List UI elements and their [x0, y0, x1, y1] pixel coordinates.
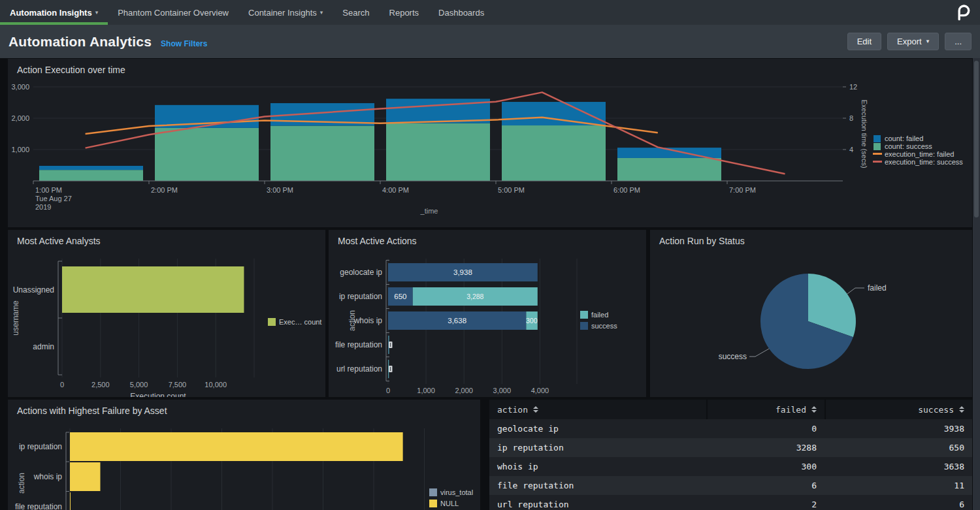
panel-title: Actions with Highest Failure by Asset — [8, 400, 480, 418]
category-label: file reputation — [15, 502, 62, 510]
category-label: whois ip — [33, 472, 63, 481]
table-row[interactable]: url reputation26 — [489, 495, 972, 510]
top-nav: Automation Insights▾Phantom Container Ov… — [0, 0, 980, 25]
page-title: Automation Analytics — [8, 34, 152, 50]
column-header-action[interactable]: action — [489, 400, 706, 419]
x-axis-title: Execution count — [130, 392, 186, 397]
bar-count-success[interactable] — [617, 158, 721, 181]
table-row[interactable]: geolocate ip03938 — [489, 419, 972, 438]
x-axis-tick-label: 1,000 — [417, 387, 435, 394]
bar-count-success[interactable] — [386, 123, 490, 181]
x-axis-tick-label: 0 — [60, 381, 64, 389]
legend-swatch[interactable] — [873, 161, 882, 163]
caret-down-icon: ▾ — [320, 10, 323, 16]
panel-highest-failure-by-asset: Actions with Highest Failure by Asset ip… — [8, 400, 480, 510]
x-axis-tick-sublabel: 2019 — [35, 203, 51, 211]
y-axis-tick-label: 3,000 — [11, 83, 29, 91]
y-axis-tick-label: 2,000 — [11, 114, 29, 122]
legend-swatch[interactable] — [874, 143, 881, 150]
nav-item-label: Phantom Container Overview — [118, 8, 229, 18]
nav-item-label: Container Insights — [248, 8, 317, 18]
nav-item-dashboards[interactable]: Dashboards — [429, 0, 494, 25]
x-axis-tick-label: 1:00 PM — [35, 186, 62, 194]
more-button[interactable]: ... — [945, 33, 972, 50]
table-row[interactable]: file reputation611 — [489, 476, 972, 495]
nav-item-phantom-container-overview[interactable]: Phantom Container Overview — [108, 0, 238, 25]
bar-count-failed[interactable] — [39, 166, 143, 170]
cell-failed: 300 — [706, 457, 825, 476]
y-axis-tick-label: 1,000 — [11, 146, 29, 153]
column-header-label: success — [918, 405, 954, 415]
edit-button[interactable]: Edit — [847, 33, 881, 50]
legend-swatch[interactable] — [580, 322, 588, 330]
legend-label: failed — [591, 311, 608, 319]
right-axis-tick-label: 4 — [849, 146, 853, 153]
bar-count-failed[interactable] — [502, 102, 606, 125]
panel-title: Most Active Analysts — [8, 230, 325, 248]
bar-count-success[interactable] — [502, 125, 606, 181]
scrollbar-thumb[interactable] — [974, 61, 979, 217]
table-row[interactable]: ip reputation3288650 — [489, 438, 972, 457]
most-active-actions-chart[interactable]: geolocate ip3,938ip reputation6503,288wh… — [329, 248, 646, 397]
category-label: file reputation — [335, 340, 382, 349]
x-axis-tick-label: 10,000 — [204, 381, 227, 389]
x-axis-tick-label: 4:00 PM — [382, 186, 409, 194]
bar-count-success[interactable] — [155, 128, 259, 181]
nav-item-container-insights[interactable]: Container Insights▾ — [238, 0, 333, 25]
caret-down-icon: ▾ — [95, 10, 99, 16]
nav-item-search[interactable]: Search — [333, 0, 379, 25]
bar-value-label: 3,638 — [448, 317, 466, 325]
table-body: geolocate ip03938ip reputation3288650who… — [489, 419, 972, 510]
nav-item-reports[interactable]: Reports — [380, 0, 429, 25]
column-header-label: action — [497, 405, 528, 415]
x-axis-tick-label: 3,000 — [493, 387, 512, 394]
x-axis-title: _time — [420, 207, 438, 215]
page-scrollbar[interactable] — [973, 58, 980, 510]
cell-failed: 2 — [706, 495, 825, 510]
legend-swatch[interactable] — [874, 135, 881, 142]
x-axis-tick-label: 2,000 — [455, 387, 473, 394]
legend-label: NULL — [440, 500, 459, 507]
legend-label: virus_total — [440, 488, 473, 496]
bar-value-label: 300 — [526, 317, 538, 325]
column-header-failed[interactable]: failed — [706, 400, 825, 419]
legend-label: execution_time: failed — [885, 150, 954, 158]
bar-failure-null[interactable] — [70, 432, 403, 461]
legend-swatch[interactable] — [429, 500, 437, 507]
show-filters-link[interactable]: Show Filters — [161, 39, 207, 48]
cell-action: whois ip — [489, 457, 706, 476]
sort-icon — [533, 406, 538, 413]
column-header-success[interactable]: success — [825, 400, 972, 419]
legend-swatch[interactable] — [429, 488, 437, 496]
right-axis-tick-label: 12 — [849, 83, 857, 91]
title-bar: Automation Analytics Show Filters Edit E… — [0, 25, 980, 58]
action-run-by-status-pie[interactable]: failedsuccess — [650, 248, 972, 397]
sort-icon — [959, 406, 964, 413]
right-axis-tick-label: 8 — [849, 114, 853, 122]
column-header-label: failed — [776, 405, 806, 415]
category-label: geolocate ip — [340, 268, 382, 277]
table-row[interactable]: whois ip3003638 — [489, 457, 972, 476]
cell-success: 3938 — [825, 419, 972, 438]
cell-success: 11 — [825, 476, 972, 495]
highest-failure-chart[interactable]: ip reputationwhois ipfile reputationacti… — [8, 418, 480, 510]
export-button[interactable]: Export ▾ — [887, 33, 939, 50]
nav-item-automation-insights[interactable]: Automation Insights▾ — [0, 0, 108, 25]
bar-execution-count[interactable] — [62, 266, 244, 313]
bar-failure-null[interactable] — [70, 492, 71, 510]
bar-count-success[interactable] — [39, 170, 143, 181]
action-execution-chart[interactable]: 1,0002,0003,0001:00 PM2:00 PM3:00 PM4:00… — [8, 77, 972, 227]
nav-item-label: Search — [342, 8, 369, 18]
bar-failure-null[interactable] — [70, 462, 101, 491]
cell-action: url reputation — [489, 495, 706, 510]
most-active-analysts-chart[interactable]: Unassignedadmin02,5005,0007,50010,000Exe… — [8, 248, 325, 397]
x-axis-tick-sublabel: Tue Aug 27 — [35, 195, 72, 202]
phantom-logo[interactable] — [953, 0, 980, 25]
legend-swatch[interactable] — [873, 153, 882, 155]
pie-slice-label: failed — [868, 283, 887, 293]
legend-swatch[interactable] — [580, 311, 588, 319]
category-label: admin — [33, 342, 54, 351]
y-axis-title: action — [17, 473, 26, 494]
bar-count-success[interactable] — [270, 126, 374, 181]
legend-swatch[interactable] — [268, 318, 276, 326]
